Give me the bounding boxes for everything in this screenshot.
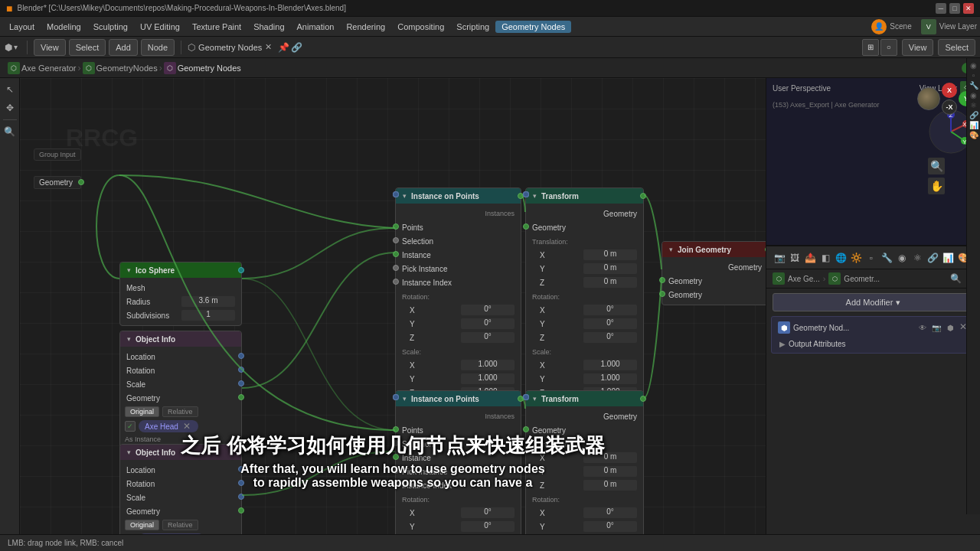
strip-icon7[interactable]: 📊 <box>969 121 978 129</box>
close-button[interactable]: ✕ <box>963 3 974 14</box>
join-geometry-node[interactable]: ▾ Join Geometry Geometry Geometry Geomet… <box>662 241 766 305</box>
inst2-collapse[interactable]: ▾ <box>400 395 408 403</box>
view-layer-props-icon[interactable]: ◧ <box>818 251 832 265</box>
zoom-icon-vp[interactable]: 🔍 <box>928 158 945 174</box>
minimize-button[interactable]: ─ <box>936 3 946 14</box>
radius-field[interactable]: 3.6 m <box>181 296 235 307</box>
obj2-relative[interactable]: Relative <box>162 520 198 530</box>
trans2-tz-field[interactable]: 0 m <box>583 480 637 491</box>
modifier-render-icon[interactable]: 📷 <box>930 321 942 334</box>
viewport-mini[interactable]: User Perspective View Layer 👁 (153) Axes… <box>766 78 980 246</box>
data-props-icon[interactable]: 📊 <box>941 251 955 265</box>
menu-animation[interactable]: Animation <box>291 21 341 33</box>
trans1-sy-field[interactable]: 1.000 <box>583 373 637 384</box>
menu-geometry-nodes[interactable]: Geometry Nodes <box>495 21 571 33</box>
obj1-relative[interactable]: Relative <box>162 406 198 417</box>
proportional-button[interactable]: ○ <box>880 39 897 56</box>
obj1-checkbox[interactable]: ✓ <box>125 421 136 432</box>
pin-icon[interactable]: 📌 <box>278 42 289 53</box>
obj2-collapse[interactable]: ▾ <box>125 448 132 456</box>
strip-icon4[interactable]: ◉ <box>970 91 977 99</box>
transform-1-node[interactable]: ▾ Transform Geometry Geometry Translatio… <box>525 187 644 403</box>
trans2-ty-field[interactable]: 0 m <box>583 466 637 477</box>
object-info-1-node[interactable]: ▾ Object Info Location Rotation Scale <box>119 331 242 448</box>
maximize-button[interactable]: □ <box>949 3 960 14</box>
inst1-xscale-field[interactable]: 1.000 <box>461 360 514 370</box>
view-button-right[interactable]: View <box>902 39 934 56</box>
add-button[interactable]: Add <box>109 39 138 56</box>
select-button[interactable]: Select <box>69 39 106 56</box>
modifier-realtime-icon[interactable]: 👁 <box>916 321 929 334</box>
trans1-collapse[interactable]: ▾ <box>531 192 538 200</box>
menu-compositing[interactable]: Compositing <box>391 21 450 33</box>
hand-icon-vp[interactable]: ✋ <box>928 178 945 194</box>
inst1-zrot-field[interactable]: 0° <box>461 332 514 343</box>
add-modifier-button[interactable]: Add Modifier ▾ <box>773 293 974 311</box>
strip-icon3[interactable]: 🔧 <box>969 81 978 90</box>
select-button-right[interactable]: Select <box>938 39 975 56</box>
instance-on-points-1-node[interactable]: ▾ Instance on Points Instances Points Se… <box>395 187 521 403</box>
editor-type-selector[interactable]: ⬢ ▾ <box>5 42 18 53</box>
particles-props-icon[interactable]: ◉ <box>895 251 909 265</box>
scene-props-icon2[interactable]: 🌐 <box>834 251 848 265</box>
scene-props-icon[interactable]: 📷 <box>773 251 786 265</box>
node-button[interactable]: Node <box>141 39 175 56</box>
modifier-props-icon[interactable]: 🔧 <box>880 251 893 265</box>
join-collapse[interactable]: ▾ <box>667 246 675 253</box>
inst1-xrot-field[interactable]: 0° <box>461 305 514 315</box>
inst2-yrot-field[interactable]: 0° <box>461 521 514 532</box>
menu-rendering[interactable]: Rendering <box>340 21 391 33</box>
snap-button[interactable]: ⊞ <box>862 39 879 56</box>
inst1-yrot-field[interactable]: 0° <box>461 318 514 329</box>
view-button[interactable]: View <box>34 39 66 56</box>
strip-icon2[interactable]: ▫ <box>972 71 975 80</box>
trans1-rx-field[interactable]: 0° <box>583 305 637 315</box>
trans1-tx-field[interactable]: 0 m <box>583 249 637 260</box>
obj1-original[interactable]: Original <box>125 406 159 417</box>
trans1-rz-field[interactable]: 0° <box>583 332 637 343</box>
inst1-collapse[interactable]: ▾ <box>400 192 408 200</box>
modifier-expand-icon[interactable]: ⬢ <box>944 321 956 334</box>
menu-layout[interactable]: Layout <box>3 21 41 33</box>
workspace-selector[interactable]: ⬡ Geometry Nodes ✕ <box>188 42 272 53</box>
menu-scripting[interactable]: Scripting <box>450 21 495 33</box>
menu-shading[interactable]: Shading <box>247 21 290 33</box>
link-icon[interactable]: 🔗 <box>291 42 302 53</box>
obj1-name-tag[interactable]: Axe Head ✕ <box>139 420 198 432</box>
inst1-yscale-field[interactable]: 1.000 <box>461 373 514 384</box>
output-attributes-section[interactable]: ▶ Output Attributes <box>773 337 973 351</box>
transform-2-node[interactable]: ▾ Transform Geometry Geometry Translatio… <box>525 390 644 534</box>
trans1-tz-field[interactable]: 0 m <box>583 277 637 288</box>
strip-icon6[interactable]: 🔗 <box>969 111 978 119</box>
object-props-icon[interactable]: ▫ <box>864 251 878 265</box>
instance-on-points-2-node[interactable]: ▾ Instance on Points Instances Points Se… <box>395 390 521 534</box>
object-info-2-node[interactable]: ▾ Object Info Location Rotation Scale <box>119 444 242 534</box>
ico-collapse[interactable]: ▾ <box>125 266 132 274</box>
mod-search-icon[interactable]: 🔍 <box>950 273 962 284</box>
trans2-ry-field[interactable]: 0° <box>583 521 637 532</box>
breadcrumb-geom[interactable]: GeometryNodes <box>96 64 158 73</box>
constraints-props-icon[interactable]: 🔗 <box>926 251 939 265</box>
select-tool[interactable]: ↖ <box>2 81 18 98</box>
trans2-rx-field[interactable]: 0° <box>583 507 637 518</box>
obj1-collapse[interactable]: ▾ <box>125 335 132 343</box>
trans1-sx-field[interactable]: 1.000 <box>583 360 637 370</box>
strip-icon5[interactable]: ⚛ <box>970 101 977 109</box>
menu-uv-editing[interactable]: UV Editing <box>134 21 186 33</box>
render-props-icon[interactable]: 🖼 <box>788 251 802 265</box>
zoom-tool[interactable]: 🔍 <box>2 123 18 140</box>
strip-icon1[interactable]: ◉ <box>970 61 977 70</box>
trans1-ty-field[interactable]: 0 m <box>583 263 637 274</box>
strip-icon8[interactable]: 🎨 <box>969 131 978 139</box>
subdiv-field[interactable]: 1 <box>181 310 235 321</box>
node-canvas[interactable]: RRCG 人人素材 RRCG 人人素材 RRCG Group Input Geo… <box>20 78 766 534</box>
obj2-original[interactable]: Original <box>125 520 159 530</box>
trans2-tx-field[interactable]: 0 m <box>583 452 637 463</box>
inst2-xrot-field[interactable]: 0° <box>461 507 514 518</box>
trans2-collapse[interactable]: ▾ <box>531 395 538 403</box>
output-props-icon[interactable]: 📤 <box>803 251 817 265</box>
obj1-remove[interactable]: ✕ <box>181 421 192 432</box>
menu-sculpting[interactable]: Sculpting <box>87 21 134 33</box>
menu-texture-paint[interactable]: Texture Paint <box>186 21 247 33</box>
move-tool[interactable]: ✥ <box>2 99 18 116</box>
